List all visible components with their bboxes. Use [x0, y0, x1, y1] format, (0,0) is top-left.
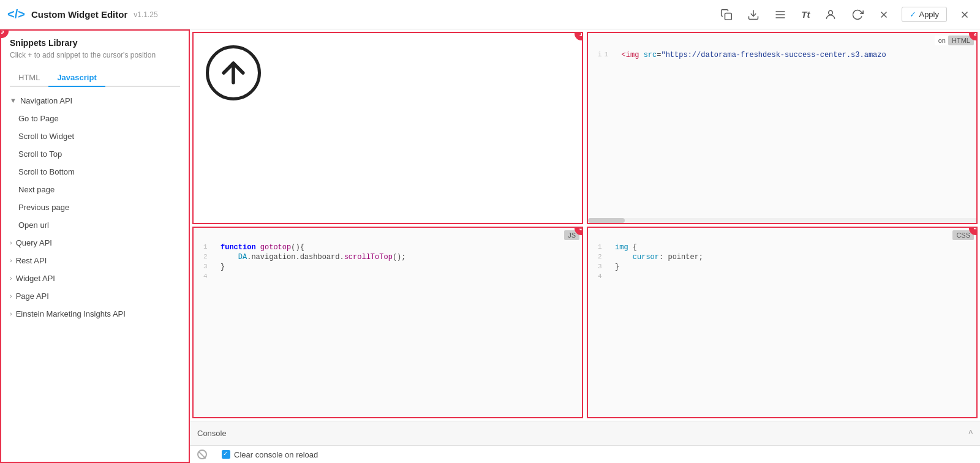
svg-point-5: [829, 10, 833, 15]
css-code-line-3: 3 }: [593, 262, 971, 272]
app-title: Custom Widget Editor: [31, 9, 127, 20]
nav-item-scroll-to-top[interactable]: Scroll to Top: [1, 145, 189, 163]
sidebar-tabs: HTML Javascript: [10, 69, 180, 87]
panels-container: 1 2 on HTML: [190, 29, 980, 421]
nav-section-rest-api[interactable]: › Rest API: [1, 252, 189, 269]
clear-console-checkbox[interactable]: [222, 450, 230, 459]
info-icon: i: [598, 51, 602, 58]
console-bar: Console ^: [190, 421, 980, 445]
app-version: v1.1.25: [134, 10, 157, 19]
chevron-right-icon: ›: [10, 257, 12, 264]
copy-button[interactable]: [718, 6, 735, 23]
nav-item-scroll-to-bottom[interactable]: Scroll to Bottom: [1, 163, 189, 181]
css-editor-panel[interactable]: 4 CSS 1 img { 2 cursor: pointer: [587, 227, 978, 419]
topbar-actions: Tt ✓ Apply: [718, 6, 973, 23]
sidebar-header: Snippets Library Click + to add snippet …: [1, 31, 189, 63]
text-size-button[interactable]: Tt: [799, 7, 812, 22]
nav-item-scroll-to-widget[interactable]: Scroll to Widget: [1, 127, 189, 145]
preview-badge: 1: [575, 32, 583, 40]
html-editor-panel[interactable]: 2 on HTML i 1 <img src="https://datorama…: [587, 32, 978, 224]
content-area: 1 2 on HTML: [190, 29, 980, 463]
nav-section-einstein-api[interactable]: › Einstein Marketing Insights API: [1, 305, 189, 323]
console-toggle-button[interactable]: ^: [968, 429, 973, 439]
apply-button[interactable]: ✓ Apply: [902, 7, 947, 22]
clear-console-label: Clear console on reload: [222, 450, 318, 459]
app-icon: </>: [7, 7, 25, 21]
nav-section-page-api[interactable]: › Page API: [1, 287, 189, 305]
snippets-library-title: Snippets Library: [10, 38, 180, 48]
profile-button[interactable]: [822, 6, 839, 23]
css-code-line-1: 1 img {: [593, 243, 971, 252]
js-code-line-2: 2 DA.navigation.dashboard.scrollToTop();: [198, 252, 577, 262]
block-icon: [197, 450, 207, 459]
close-editor-button[interactable]: [876, 7, 892, 23]
css-code-area[interactable]: 1 img { 2 cursor: pointer;: [588, 228, 976, 283]
js-code-line-3: 3 }: [198, 262, 577, 272]
css-code-line-4: 4: [593, 272, 971, 280]
preview-panel: 1: [192, 32, 583, 224]
html-scrollbar[interactable]: [588, 218, 976, 223]
html-on-badge: on: [935, 36, 949, 45]
html-code-line-1: i 1 <img src="https://datorama-freshdesk…: [593, 50, 971, 60]
list-button[interactable]: [772, 6, 789, 23]
topbar: </> Custom Widget Editor v1.1.25: [0, 0, 980, 29]
main-layout: 5 Snippets Library Click + to add snippe…: [0, 29, 980, 463]
topbar-left: </> Custom Widget Editor v1.1.25: [7, 7, 158, 21]
nav-section-navigation-api[interactable]: ▼ Navigation API: [1, 92, 189, 110]
panels-bottom: 3 JS 1 function gototop(){ 2 DA: [190, 225, 980, 421]
console-label: Console: [197, 429, 227, 438]
js-code-area[interactable]: 1 function gototop(){ 2 DA.navigation.da…: [194, 228, 582, 283]
svg-rect-0: [725, 13, 732, 20]
console-footer: Console ^ Clear console on reload: [190, 421, 980, 463]
nav-item-open-url[interactable]: Open url: [1, 216, 189, 234]
snippets-library-subtitle: Click + to add snippet to the cursor's p…: [10, 50, 180, 61]
nav-section-query-api[interactable]: › Query API: [1, 234, 189, 252]
nav-item-next-page[interactable]: Next page: [1, 181, 189, 198]
tab-html[interactable]: HTML: [10, 69, 48, 87]
tab-javascript[interactable]: Javascript: [48, 69, 105, 87]
js-code-line-4: 4: [198, 272, 577, 280]
chevron-right-icon: ›: [10, 274, 12, 282]
panels-top: 1 2 on HTML: [190, 29, 980, 225]
upload-icon: [206, 45, 261, 100]
sidebar-nav: ▼ Navigation API Go to Page Scroll to Wi…: [1, 87, 189, 328]
nav-item-go-to-page[interactable]: Go to Page: [1, 110, 189, 127]
nav-section-widget-api[interactable]: › Widget API: [1, 269, 189, 287]
html-code-area[interactable]: i 1 <img src="https://datorama-freshdesk…: [588, 33, 976, 62]
js-code-line-1: 1 function gototop(){: [198, 243, 577, 252]
sidebar: 5 Snippets Library Click + to add snippe…: [0, 29, 190, 463]
preview-content: [194, 33, 273, 113]
chevron-right-icon: ›: [10, 310, 12, 317]
js-editor-panel[interactable]: 3 JS 1 function gototop(){ 2 DA: [192, 227, 583, 419]
chevron-down-icon: ▼: [10, 97, 17, 104]
css-code-line-2: 2 cursor: pointer;: [593, 252, 971, 262]
chevron-right-icon: ›: [10, 239, 12, 246]
chevron-right-icon: ›: [10, 292, 12, 299]
download-button[interactable]: [745, 6, 762, 23]
refresh-button[interactable]: [849, 6, 866, 23]
nav-item-previous-page[interactable]: Previous page: [1, 198, 189, 216]
console-controls: Clear console on reload: [190, 445, 980, 463]
close-button[interactable]: [957, 7, 973, 23]
